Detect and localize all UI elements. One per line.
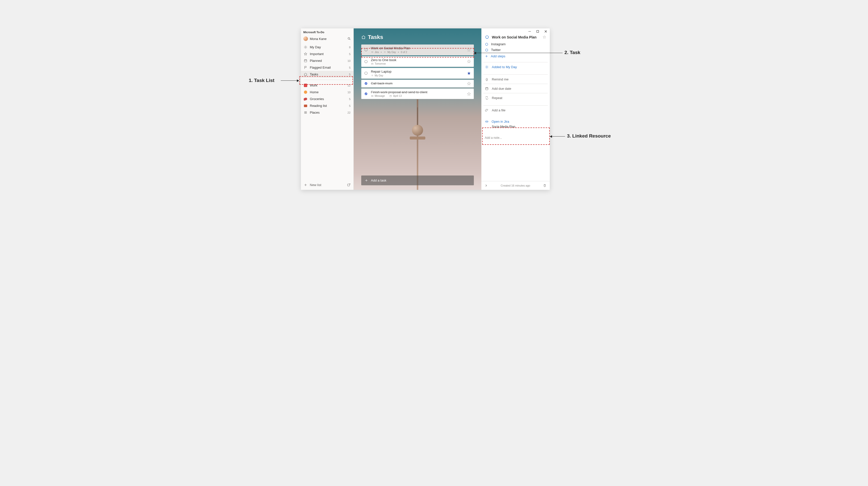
- sidebar-item-flagged[interactable]: Flagged Email 5: [301, 64, 353, 71]
- task-meta: Jira My Day 0 of 2: [371, 51, 464, 54]
- sidebar-item-home[interactable]: Home 10: [301, 89, 353, 95]
- svg-point-2: [305, 47, 306, 48]
- sidebar-divider: [304, 80, 351, 80]
- svg-marker-25: [467, 92, 471, 95]
- sidebar-item-label: Tasks: [310, 72, 318, 76]
- svg-point-11: [365, 49, 367, 51]
- star-icon[interactable]: [467, 48, 471, 52]
- step-item[interactable]: Instagram: [482, 41, 550, 47]
- sidebar-item-count: 5: [349, 104, 350, 108]
- task-checkbox[interactable]: [364, 60, 368, 64]
- sidebar-item-label: Important: [310, 52, 324, 56]
- task-checkbox[interactable]: [485, 35, 489, 39]
- calendar-icon: [371, 63, 374, 65]
- sidebar-item-groceries[interactable]: Groceries 5: [301, 95, 353, 102]
- new-group-icon[interactable]: [347, 183, 351, 187]
- home-icon: [304, 72, 307, 76]
- due-row[interactable]: Add due date: [484, 84, 548, 93]
- myday-row[interactable]: Added to My Day: [484, 62, 548, 71]
- add-file-row[interactable]: Add a file: [484, 105, 548, 115]
- minimize-icon[interactable]: [528, 30, 531, 33]
- repeat-label: Repeat: [492, 96, 502, 100]
- sidebar-item-label: Reading list: [310, 104, 327, 108]
- calendar-icon: [390, 95, 392, 97]
- sun-icon: [383, 51, 386, 53]
- new-list-button[interactable]: New list: [304, 183, 321, 187]
- sidebar-item-tasks[interactable]: Tasks 5: [301, 71, 353, 78]
- sidebar-item-reading[interactable]: Reading list 5: [301, 102, 353, 109]
- task-checkbox[interactable]: [364, 82, 368, 86]
- sidebar-item-label: Places: [310, 111, 320, 114]
- task-card[interactable]: Work on Social Media Plan Jira My Day 0 …: [361, 44, 474, 55]
- task-checkbox[interactable]: [364, 48, 368, 52]
- star-icon[interactable]: [467, 92, 471, 96]
- task-card[interactable]: Zero to One book Tomorrow: [361, 56, 474, 67]
- linked-resource[interactable]: Open in Jira Socia Media Plan: [484, 118, 548, 130]
- star-icon[interactable]: [467, 59, 471, 64]
- sidebar-item-count: 10: [347, 59, 350, 62]
- linked-sub-label: Socia Media Plan: [485, 123, 546, 128]
- calendar-icon: [304, 59, 307, 63]
- step-item[interactable]: Twitter: [482, 47, 550, 53]
- collapse-icon[interactable]: [485, 184, 488, 187]
- sidebar-item-planned[interactable]: Planned 10: [301, 57, 353, 64]
- bell-icon: [485, 77, 489, 81]
- calendar-icon: [485, 87, 489, 91]
- plus-icon: [365, 179, 368, 182]
- sidebar-item-work[interactable]: Work 12: [301, 82, 353, 89]
- search-icon[interactable]: [347, 37, 351, 40]
- sun-icon: [371, 74, 374, 77]
- list-icon-reading: [304, 104, 307, 108]
- task-title: Repair Laptop: [371, 70, 464, 74]
- step-checkbox[interactable]: [485, 48, 489, 52]
- task-checkbox[interactable]: [364, 92, 368, 96]
- sidebar-item-label: Flagged Email: [310, 66, 331, 69]
- note-input[interactable]: Add a note...: [484, 133, 548, 149]
- svg-point-12: [384, 52, 385, 53]
- add-step-button[interactable]: Add steps: [482, 53, 550, 61]
- step-label: Instagram: [491, 42, 506, 46]
- star-icon[interactable]: [467, 71, 471, 75]
- task-meta: My Day: [371, 74, 464, 77]
- remind-label: Remind me: [492, 78, 508, 81]
- add-step-label: Add steps: [491, 54, 505, 58]
- linked-open-label: Open in Jira: [492, 120, 509, 123]
- task-title: Work on Social Media Plan: [371, 46, 464, 50]
- svg-rect-24: [390, 95, 392, 97]
- maximize-icon[interactable]: [536, 30, 539, 33]
- star-icon[interactable]: [467, 82, 471, 86]
- remind-row[interactable]: Remind me: [484, 75, 548, 84]
- new-list-label: New list: [310, 183, 321, 187]
- svg-point-34: [486, 43, 488, 45]
- myday-label: Added to My Day: [492, 65, 517, 69]
- user-name: Mona Kane: [310, 37, 327, 41]
- add-task-input[interactable]: Add a task: [361, 176, 474, 185]
- detail-title: Work on Social Media Plan: [492, 35, 540, 39]
- sidebar-item-count: 22: [347, 111, 350, 114]
- task-card[interactable]: Repair Laptop My Day: [361, 68, 474, 79]
- list-icon-home: [304, 90, 307, 94]
- svg-point-35: [486, 49, 488, 51]
- task-card[interactable]: Finish work proposal and send to client …: [361, 89, 474, 99]
- svg-rect-15: [371, 63, 373, 65]
- footer-text: Created 16 minutes ago: [501, 184, 530, 187]
- main-header: Tasks: [354, 28, 482, 44]
- task-checkbox[interactable]: [364, 71, 368, 75]
- task-title: Call back mum: [371, 82, 464, 86]
- task-card[interactable]: Call back mum: [361, 80, 474, 88]
- sidebar-item-myday[interactable]: My Day 8: [301, 44, 353, 51]
- close-icon[interactable]: [544, 30, 547, 33]
- repeat-row[interactable]: Repeat: [484, 93, 548, 102]
- add-task-placeholder: Add a task: [371, 179, 386, 182]
- main-pane: Tasks Work on Social Media Plan Jira My …: [354, 28, 482, 190]
- sun-icon: [304, 45, 307, 49]
- step-checkbox[interactable]: [485, 42, 489, 46]
- trash-icon[interactable]: [543, 184, 547, 187]
- sidebar-item-places[interactable]: Places 22: [301, 109, 353, 116]
- sidebar-item-count: 5: [349, 73, 350, 76]
- sidebar-item-important[interactable]: Important 5: [301, 51, 353, 57]
- star-icon[interactable]: [542, 35, 546, 39]
- link-icon: [371, 51, 374, 53]
- svg-marker-19: [467, 72, 471, 75]
- plus-icon: [485, 55, 488, 58]
